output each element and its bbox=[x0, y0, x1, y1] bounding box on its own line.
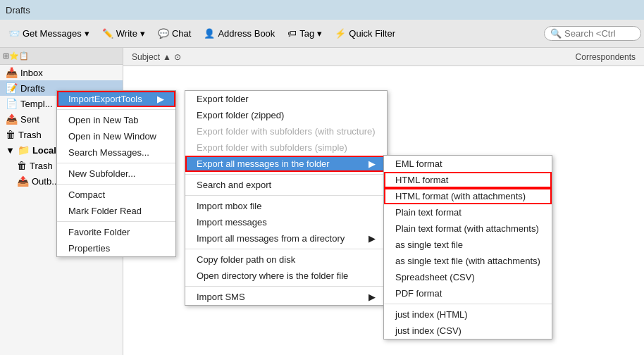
menu-item-pdf[interactable]: PDF format bbox=[384, 285, 552, 301]
search-box[interactable]: 🔍 bbox=[544, 26, 641, 41]
menu-item-spreadsheet[interactable]: Spreadsheet (CSV) bbox=[384, 269, 552, 285]
menu-item-compact[interactable]: Compact bbox=[57, 187, 175, 203]
local-folders-icon: 📁 bbox=[18, 144, 30, 156]
chat-button[interactable]: 💬 Chat bbox=[152, 25, 197, 42]
toolbar: 📨 Get Messages ▾ ✏️ Write ▾ 💬 Chat 👤 Add… bbox=[0, 20, 644, 48]
search-input[interactable] bbox=[564, 28, 635, 39]
menu-item-new-subfolder[interactable]: New Subfolder... bbox=[57, 166, 175, 182]
menu-item-import-mbox[interactable]: Import mbox file bbox=[185, 198, 387, 214]
menu-item-search-export[interactable]: Search and export bbox=[185, 177, 387, 193]
single-text-label: as single text file bbox=[395, 239, 463, 250]
export-all-label: Export all messages in the folder bbox=[197, 158, 330, 169]
title-text: Drafts bbox=[6, 5, 30, 15]
menu-item-import-export[interactable]: ImportExportTools ▶ bbox=[57, 91, 175, 107]
trash-icon: 🗑 bbox=[6, 129, 16, 140]
menu-item-export-folder[interactable]: Export folder bbox=[185, 91, 387, 107]
context-menu-2: Export folder Export folder (zipped) Exp… bbox=[185, 90, 388, 306]
sidebar-header: ⊞ ⭐ 📋 bbox=[0, 48, 123, 65]
eml-label: EML format bbox=[395, 158, 442, 169]
html-label: HTML format bbox=[395, 175, 448, 185]
menu-item-copy-folder-path[interactable]: Copy folder path on disk bbox=[185, 251, 387, 268]
menu-item-import-all-from-dir[interactable]: Import all messages from a directory ▶ bbox=[185, 230, 387, 247]
trash2-icon: 🗑 bbox=[17, 160, 27, 171]
menu-item-import-sms[interactable]: Import SMS ▶ bbox=[185, 289, 387, 305]
quick-filter-button[interactable]: ⚡ Quick Filter bbox=[329, 25, 401, 42]
menu-item-just-index-csv[interactable]: just index (CSV) bbox=[384, 323, 552, 339]
menu-item-mark-folder-read[interactable]: Mark Folder Read bbox=[57, 203, 175, 219]
templates-label: Templ... bbox=[20, 99, 53, 109]
separator-1 bbox=[57, 109, 175, 110]
quick-filter-icon: ⚡ bbox=[335, 28, 346, 39]
chat-icon: 💬 bbox=[158, 28, 169, 39]
menu-item-favorite-folder[interactable]: Favorite Folder bbox=[57, 224, 175, 240]
sidebar-item-inbox[interactable]: 📥 Inbox bbox=[0, 65, 123, 80]
menu-item-plain-text[interactable]: Plain text format bbox=[384, 204, 552, 220]
menu-item-export-all[interactable]: Export all messages in the folder ▶ bbox=[185, 156, 387, 172]
inbox-icon: 📥 bbox=[6, 67, 18, 78]
export-folder-label: Export folder bbox=[197, 94, 249, 104]
separator-9 bbox=[384, 304, 552, 304]
separator-7 bbox=[185, 249, 387, 249]
separator-4 bbox=[57, 221, 175, 222]
trash2-label: Trash bbox=[30, 161, 53, 171]
import-messages-label: Import messages bbox=[197, 217, 267, 228]
menu-item-single-text[interactable]: as single text file bbox=[384, 237, 552, 253]
write-icon: ✏️ bbox=[102, 28, 113, 39]
templates-icon: 📄 bbox=[6, 98, 18, 109]
menu-item-html[interactable]: HTML format bbox=[384, 172, 552, 188]
tag-button[interactable]: 🏷 Tag ▾ bbox=[282, 25, 328, 42]
chat-label: Chat bbox=[172, 28, 191, 39]
plain-text-label: Plain text format bbox=[395, 207, 462, 218]
export-with-structure-label: Export folder with subfolders (with stru… bbox=[197, 126, 376, 137]
import-all-from-dir-label: Import all messages from a directory bbox=[197, 233, 345, 244]
menu-item-open-new-window[interactable]: Open in New Window bbox=[57, 128, 175, 144]
export-folder-zipped-label: Export folder (zipped) bbox=[197, 110, 284, 120]
menu-item-export-folder-zipped[interactable]: Export folder (zipped) bbox=[185, 107, 387, 123]
import-all-arrow: ▶ bbox=[369, 233, 376, 244]
import-export-arrow: ▶ bbox=[157, 94, 164, 104]
search-icon: 🔍 bbox=[550, 28, 562, 39]
search-export-label: Search and export bbox=[197, 180, 271, 190]
single-text-attachments-label: as single text file (with attachments) bbox=[395, 256, 540, 266]
menu-item-open-new-tab[interactable]: Open in New Tab bbox=[57, 112, 175, 128]
tag-icon: 🏷 bbox=[287, 28, 297, 39]
menu-item-search-messages[interactable]: Search Messages... bbox=[57, 144, 175, 161]
menu-item-import-messages[interactable]: Import messages bbox=[185, 214, 387, 230]
column-header: Subject ▲ ⊙ Correspondents bbox=[123, 48, 644, 66]
get-messages-button[interactable]: 📨 Get Messages ▾ bbox=[3, 25, 95, 42]
address-book-label: Address Book bbox=[218, 28, 275, 39]
tag-arrow: ▾ bbox=[317, 28, 322, 39]
context-menu-1: ImportExportTools ▶ Open in New Tab Open… bbox=[56, 90, 176, 257]
mark-folder-read-label: Mark Folder Read bbox=[68, 206, 142, 216]
properties-label: Properties bbox=[68, 243, 110, 254]
menu-item-plain-text-attachments[interactable]: Plain text format (with attachments) bbox=[384, 220, 552, 237]
correspondents-column: Correspondents bbox=[570, 52, 641, 62]
separator-5 bbox=[185, 174, 387, 175]
menu-item-html-attachments[interactable]: HTML format (with attachments) bbox=[384, 188, 552, 204]
address-book-button[interactable]: 👤 Address Book bbox=[198, 25, 280, 42]
menu-item-eml[interactable]: EML format bbox=[384, 156, 552, 172]
tag-label: Tag bbox=[299, 28, 314, 39]
menu-item-just-index-html[interactable]: just index (HTML) bbox=[384, 306, 552, 323]
drafts-label: Drafts bbox=[20, 83, 45, 94]
just-index-html-label: just index (HTML) bbox=[395, 309, 468, 320]
import-sms-arrow: ▶ bbox=[369, 292, 376, 302]
title-bar: Drafts bbox=[0, 0, 644, 20]
separator-2 bbox=[57, 163, 175, 163]
new-subfolder-label: New Subfolder... bbox=[68, 168, 135, 179]
subject-label: Subject bbox=[132, 52, 160, 62]
menu-item-open-directory[interactable]: Open directory where is the folder file bbox=[185, 268, 387, 284]
menu-item-single-text-attachments[interactable]: as single text file (with attachments) bbox=[384, 253, 552, 269]
import-mbox-label: Import mbox file bbox=[197, 201, 261, 211]
sent-icon: 📤 bbox=[6, 113, 18, 125]
write-arrow: ▾ bbox=[140, 28, 145, 39]
inbox-label: Inbox bbox=[20, 68, 43, 78]
separator-3 bbox=[57, 184, 175, 185]
get-messages-icon: 📨 bbox=[8, 28, 20, 39]
menu-item-export-simple: Export folder with subfolders (simple) bbox=[185, 139, 387, 156]
menu-item-export-with-structure: Export folder with subfolders (with stru… bbox=[185, 123, 387, 139]
quick-filter-label: Quick Filter bbox=[349, 28, 395, 39]
menu-item-properties[interactable]: Properties bbox=[57, 240, 175, 256]
local-folders-arrow: ▼ bbox=[6, 145, 15, 156]
write-button[interactable]: ✏️ Write ▾ bbox=[97, 25, 151, 42]
